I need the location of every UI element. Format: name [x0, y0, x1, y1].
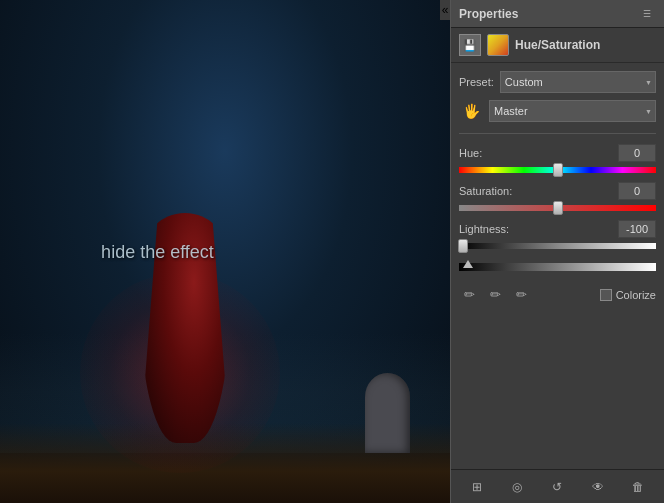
save-layer-icon: 💾 [459, 34, 481, 56]
panel-menu-button[interactable]: ☰ [638, 5, 656, 23]
light-label-row: Lightness: -100 [459, 220, 656, 238]
delete-button[interactable]: 🗑 [626, 475, 650, 499]
preset-label: Preset: [459, 76, 494, 88]
canvas-overlay-text: hide the effect [101, 241, 214, 262]
hue-label-row: Hue: 0 [459, 144, 656, 162]
preset-select[interactable]: Custom [500, 71, 656, 93]
light-track [459, 243, 656, 249]
channels-button[interactable]: ◎ [505, 475, 529, 499]
reset-button[interactable]: ↺ [545, 475, 569, 499]
pencil-minus-icon[interactable]: ✏ [459, 284, 479, 304]
figure [130, 163, 250, 443]
master-row: 🖐 Master [459, 99, 656, 123]
gradient-bar [459, 263, 656, 271]
preset-row: Preset: Custom [459, 71, 656, 93]
master-select[interactable]: Master [489, 100, 656, 122]
hue-label: Hue: [459, 147, 482, 159]
bottom-toolbar: ⊞ ◎ ↺ 👁 🗑 [451, 469, 664, 503]
light-value-box[interactable]: -100 [618, 220, 656, 238]
colorize-label: Colorize [616, 289, 656, 301]
hand-tool-icon[interactable]: 🖐 [459, 99, 483, 123]
hand-icon: 🖐 [463, 103, 480, 119]
marker-triangle [463, 260, 473, 268]
panel-content: Preset: Custom 🖐 Master Hue: 0 [451, 63, 664, 469]
saturation-label: Saturation: [459, 185, 512, 197]
sat-value-box[interactable]: 0 [618, 182, 656, 200]
panel-header: Properties ☰ [451, 0, 664, 28]
colorize-row: Colorize [600, 289, 656, 301]
visibility-button[interactable]: 👁 [586, 475, 610, 499]
gravestone-body [365, 373, 410, 453]
hs-layer-icon [487, 34, 509, 56]
panel-icons-row: ☰ [638, 5, 656, 23]
hue-value-box[interactable]: 0 [618, 144, 656, 162]
separator-1 [459, 133, 656, 134]
gravestone [355, 353, 420, 453]
panel-title: Properties [459, 7, 518, 21]
lightness-section: Lightness: -100 [459, 220, 656, 252]
light-slider-container[interactable] [459, 240, 656, 252]
properties-panel: Properties ☰ 💾 Hue/Saturation Preset: Cu… [450, 0, 664, 503]
pencil-plus-icon[interactable]: ✏ [485, 284, 505, 304]
saturation-section: Saturation: 0 [459, 182, 656, 214]
hue-slider-container[interactable] [459, 164, 656, 176]
sat-slider-container[interactable] [459, 202, 656, 214]
mask-button[interactable]: ⊞ [465, 475, 489, 499]
collapse-icon: « [442, 3, 449, 17]
sat-thumb[interactable] [553, 201, 563, 215]
master-select-wrapper: Master [489, 100, 656, 122]
canvas-area: hide the effect [0, 0, 450, 503]
sat-label-row: Saturation: 0 [459, 182, 656, 200]
color-bar-bottom [459, 260, 656, 274]
hue-section: Hue: 0 [459, 144, 656, 176]
colorize-checkbox[interactable] [600, 289, 612, 301]
layer-name-label: Hue/Saturation [515, 38, 600, 52]
hue-thumb[interactable] [553, 163, 563, 177]
collapse-panel-button[interactable]: « [440, 0, 450, 20]
lightness-label: Lightness: [459, 223, 509, 235]
light-thumb[interactable] [458, 239, 468, 253]
pencil-tools-row: ✏ ✏ ✏ Colorize [459, 284, 656, 304]
pencil-hand-icon[interactable]: ✏ [511, 284, 531, 304]
panel-title-row: Properties [459, 7, 518, 21]
preset-select-wrapper: Custom [500, 71, 656, 93]
